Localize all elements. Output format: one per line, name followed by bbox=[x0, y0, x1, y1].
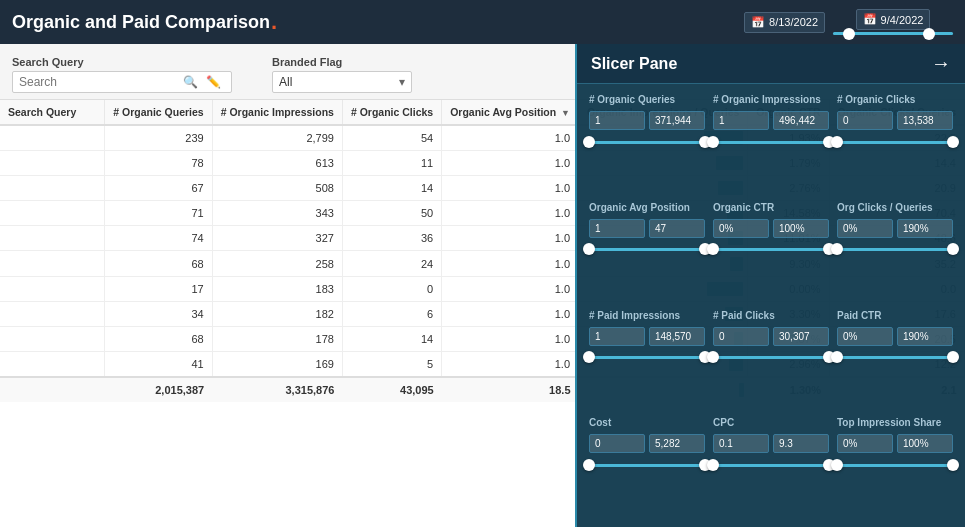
slicer-input-max-3[interactable] bbox=[649, 219, 705, 238]
main-container: Organic and Paid Comparison . 📅 8/13/202… bbox=[0, 0, 965, 527]
date-start-box[interactable]: 📅 8/13/2022 bbox=[744, 12, 825, 33]
slicer-input-max-7[interactable] bbox=[773, 327, 829, 346]
slicer-inputs-8 bbox=[837, 327, 953, 346]
slicer-inputs-2 bbox=[837, 111, 953, 130]
cell-search-query bbox=[0, 251, 105, 276]
cell-organic-clicks: 36 bbox=[342, 226, 441, 251]
calendar-icon-end: 📅 bbox=[863, 13, 877, 26]
slicer-content: # Organic Queries # Organic Impressions bbox=[577, 84, 965, 523]
slicer-inputs-3 bbox=[589, 219, 705, 238]
cell-organic-queries: 71 bbox=[105, 201, 212, 226]
slicer-thumb-right-11[interactable] bbox=[947, 459, 959, 471]
slicer-slider-track-10 bbox=[713, 464, 829, 467]
slicer-input-max-4[interactable] bbox=[773, 219, 829, 238]
slicer-input-min-3[interactable] bbox=[589, 219, 645, 238]
slicer-slider-fill-10 bbox=[713, 464, 829, 467]
cell-search-query bbox=[0, 326, 105, 351]
cell-organic-clicks: 24 bbox=[342, 251, 441, 276]
slicer-close-arrow[interactable]: → bbox=[931, 52, 951, 75]
cell-organic-avg-position: 1.0 bbox=[442, 276, 579, 301]
slicer-slider-track-3 bbox=[589, 248, 705, 251]
slicer-slider-row-1 bbox=[713, 134, 829, 150]
cell-organic-avg-position: 1.0 bbox=[442, 201, 579, 226]
slicer-input-max-6[interactable] bbox=[649, 327, 705, 346]
slicer-input-max-2[interactable] bbox=[897, 111, 953, 130]
cell-organic-queries: 74 bbox=[105, 226, 212, 251]
edit-icon: ✏️ bbox=[206, 75, 221, 89]
slicer-slider-track-11 bbox=[837, 464, 953, 467]
slicer-filter-label-3: Organic Avg Position bbox=[589, 202, 705, 213]
slicer-inputs-1 bbox=[713, 111, 829, 130]
chevron-down-icon: ▾ bbox=[399, 75, 405, 89]
slicer-filter-label-2: # Organic Clicks bbox=[837, 94, 953, 105]
slicer-thumb-left-7[interactable] bbox=[707, 351, 719, 363]
slicer-slider-row-4 bbox=[713, 242, 829, 258]
slicer-thumb-left-8[interactable] bbox=[831, 351, 843, 363]
search-query-label: Search Query bbox=[12, 56, 232, 68]
slicer-pane: Slicer Pane → # Organic Queries # Organi… bbox=[575, 44, 965, 527]
slicer-input-min-5[interactable] bbox=[837, 219, 893, 238]
footer-organic-clicks: 43,095 bbox=[342, 377, 441, 402]
date-slider-thumb-left[interactable] bbox=[843, 28, 855, 40]
search-input[interactable] bbox=[19, 75, 179, 89]
date-end-box[interactable]: 📅 9/4/2022 bbox=[856, 9, 931, 30]
col-organic-queries: # Organic Queries bbox=[105, 100, 212, 125]
slicer-input-min-0[interactable] bbox=[589, 111, 645, 130]
slicer-input-max-8[interactable] bbox=[897, 327, 953, 346]
slicer-input-min-9[interactable] bbox=[589, 434, 645, 453]
slicer-slider-row-11 bbox=[837, 457, 953, 473]
slicer-inputs-11 bbox=[837, 434, 953, 453]
cell-organic-impressions: 258 bbox=[212, 251, 342, 276]
cell-organic-impressions: 182 bbox=[212, 301, 342, 326]
slicer-input-min-10[interactable] bbox=[713, 434, 769, 453]
cell-organic-avg-position: 1.0 bbox=[442, 326, 579, 351]
slicer-input-max-1[interactable] bbox=[773, 111, 829, 130]
cell-organic-clicks: 14 bbox=[342, 176, 441, 201]
slicer-input-max-10[interactable] bbox=[773, 434, 829, 453]
cell-organic-avg-position: 1.0 bbox=[442, 125, 579, 151]
slicer-input-max-0[interactable] bbox=[649, 111, 705, 130]
slicer-filter-label-0: # Organic Queries bbox=[589, 94, 705, 105]
slicer-thumb-left-5[interactable] bbox=[831, 243, 843, 255]
cell-organic-queries: 239 bbox=[105, 125, 212, 151]
slicer-thumb-left-3[interactable] bbox=[583, 243, 595, 255]
branded-flag-select[interactable]: All ▾ bbox=[272, 71, 412, 93]
cell-organic-impressions: 169 bbox=[212, 351, 342, 377]
date-slider-thumb-right[interactable] bbox=[923, 28, 935, 40]
slicer-thumb-left-4[interactable] bbox=[707, 243, 719, 255]
slicer-input-min-4[interactable] bbox=[713, 219, 769, 238]
slicer-input-min-8[interactable] bbox=[837, 327, 893, 346]
slicer-slider-track-8 bbox=[837, 356, 953, 359]
cell-organic-queries: 17 bbox=[105, 276, 212, 301]
slicer-thumb-left-6[interactable] bbox=[583, 351, 595, 363]
slicer-thumb-left-1[interactable] bbox=[707, 136, 719, 148]
slicer-thumb-right-2[interactable] bbox=[947, 136, 959, 148]
slicer-input-min-11[interactable] bbox=[837, 434, 893, 453]
slicer-inputs-7 bbox=[713, 327, 829, 346]
slicer-input-max-5[interactable] bbox=[897, 219, 953, 238]
slicer-thumb-left-0[interactable] bbox=[583, 136, 595, 148]
slicer-slider-fill-2 bbox=[837, 141, 953, 144]
slicer-input-max-9[interactable] bbox=[649, 434, 705, 453]
slicer-slider-track-4 bbox=[713, 248, 829, 251]
slicer-thumb-right-8[interactable] bbox=[947, 351, 959, 363]
slicer-thumb-left-9[interactable] bbox=[583, 459, 595, 471]
slicer-input-min-7[interactable] bbox=[713, 327, 769, 346]
branded-flag-value: All bbox=[279, 75, 292, 89]
slicer-slider-row-8 bbox=[837, 350, 953, 366]
slicer-input-min-1[interactable] bbox=[713, 111, 769, 130]
slicer-thumb-left-11[interactable] bbox=[831, 459, 843, 471]
slicer-slider-row-7 bbox=[713, 350, 829, 366]
header-title-group: Organic and Paid Comparison . bbox=[12, 9, 277, 35]
slicer-slider-row-9 bbox=[589, 457, 705, 473]
slicer-input-min-2[interactable] bbox=[837, 111, 893, 130]
slicer-filter-label-9: Cost bbox=[589, 417, 705, 428]
slicer-filter-item: CPC bbox=[713, 417, 829, 513]
cell-organic-clicks: 50 bbox=[342, 201, 441, 226]
slicer-input-max-11[interactable] bbox=[897, 434, 953, 453]
slicer-thumb-left-2[interactable] bbox=[831, 136, 843, 148]
slicer-input-min-6[interactable] bbox=[589, 327, 645, 346]
slicer-thumb-left-10[interactable] bbox=[707, 459, 719, 471]
calendar-icon-start: 📅 bbox=[751, 16, 765, 29]
slicer-thumb-right-5[interactable] bbox=[947, 243, 959, 255]
